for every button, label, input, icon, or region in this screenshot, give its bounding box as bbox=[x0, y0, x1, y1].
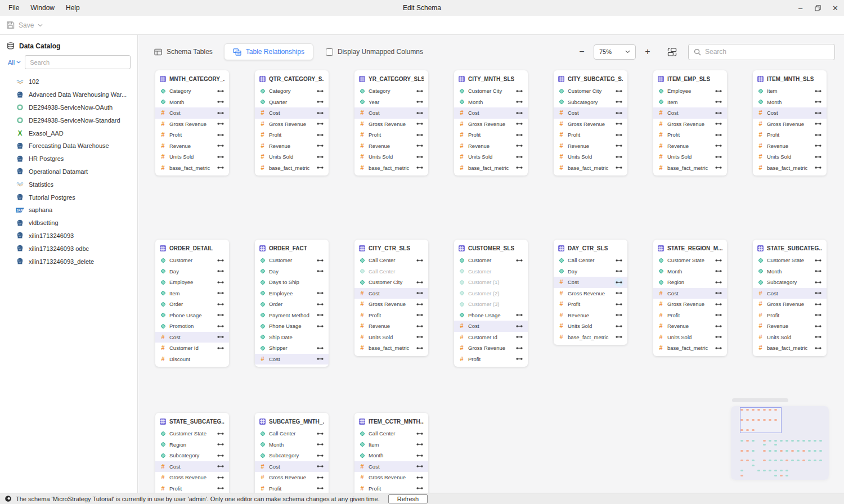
table-column-row[interactable]: #Gross Revenue bbox=[354, 472, 428, 483]
relationship-link-icon[interactable] bbox=[216, 141, 225, 150]
table-column-row[interactable]: #Units Sold bbox=[554, 321, 627, 332]
table-column-row[interactable]: Phone Usage bbox=[454, 310, 528, 321]
relationship-link-icon[interactable] bbox=[614, 256, 623, 265]
relationship-link-icon[interactable] bbox=[316, 322, 325, 331]
table-column-row[interactable]: Region bbox=[653, 277, 727, 288]
relationship-link-icon[interactable] bbox=[415, 429, 424, 438]
table-card-header[interactable]: STATE_SUBCATEG... bbox=[753, 240, 827, 255]
relationship-link-icon[interactable] bbox=[316, 267, 325, 276]
table-column-row[interactable]: #Cost bbox=[653, 107, 727, 119]
relationship-link-icon[interactable] bbox=[515, 141, 524, 150]
table-column-row[interactable]: #Discount bbox=[155, 354, 229, 365]
relationship-link-icon[interactable] bbox=[316, 119, 325, 128]
auto-layout-button[interactable] bbox=[667, 48, 677, 56]
relationship-link-icon[interactable] bbox=[515, 354, 524, 363]
relationship-link-icon[interactable] bbox=[316, 344, 325, 353]
table-card[interactable]: ORDER_FACTCustomerDayDays to ShipEmploye… bbox=[255, 240, 329, 367]
table-column-row[interactable]: #Gross Revenue bbox=[554, 288, 627, 299]
table-column-row[interactable]: Customer City bbox=[454, 86, 528, 97]
table-card[interactable]: MNTH_CATEGORY_...CategoryMonth#Cost#Gros… bbox=[155, 70, 229, 176]
table-column-row[interactable]: Customer bbox=[454, 255, 528, 266]
restore-button[interactable] bbox=[809, 0, 827, 16]
relationship-link-icon[interactable] bbox=[515, 163, 524, 172]
save-button[interactable]: Save bbox=[19, 21, 34, 29]
relationship-link-icon[interactable] bbox=[614, 119, 623, 128]
table-column-row[interactable]: #Units Sold bbox=[753, 151, 827, 163]
table-column-row[interactable]: Employee bbox=[653, 86, 727, 97]
table-card[interactable]: QTR_CATEGORY_S...CategoryQuarter#Cost#Gr… bbox=[255, 70, 329, 176]
relationship-link-icon[interactable] bbox=[415, 344, 424, 353]
relationship-link-icon[interactable] bbox=[415, 289, 424, 298]
table-column-row[interactable]: #Profit bbox=[255, 483, 329, 493]
relationship-link-icon[interactable] bbox=[814, 267, 823, 276]
table-column-row[interactable]: Category bbox=[354, 86, 428, 97]
relationship-link-icon[interactable] bbox=[415, 462, 424, 471]
minimap[interactable] bbox=[731, 406, 829, 480]
table-column-row[interactable]: Day bbox=[255, 266, 329, 277]
relationship-link-icon[interactable] bbox=[216, 152, 225, 161]
table-card-header[interactable]: ITEM_CCTR_MNTH... bbox=[354, 413, 428, 428]
table-column-row[interactable]: #Profit bbox=[653, 310, 727, 321]
catalog-item[interactable]: Tutorial Postgres bbox=[0, 191, 137, 204]
table-card[interactable]: ITEM_MNTH_SLSItemMonth#Cost#Gross Revenu… bbox=[753, 70, 827, 176]
relationship-link-icon[interactable] bbox=[316, 87, 325, 96]
relationship-link-icon[interactable] bbox=[415, 332, 424, 341]
table-card[interactable]: STATE_SUBCATEG...Customer StateMonthSubc… bbox=[753, 240, 827, 356]
relationship-link-icon[interactable] bbox=[714, 300, 723, 309]
table-card-header[interactable]: MNTH_CATEGORY_... bbox=[155, 70, 229, 86]
relationship-link-icon[interactable] bbox=[415, 119, 424, 128]
table-column-row[interactable]: #Gross Revenue bbox=[653, 299, 727, 310]
table-column-row[interactable]: #Profit bbox=[155, 483, 229, 493]
catalog-item[interactable]: xilin1713246093 bbox=[0, 230, 137, 242]
table-card[interactable]: STATE_SUBCATEG...Customer StateRegionSub… bbox=[155, 413, 229, 493]
relationship-link-icon[interactable] bbox=[216, 278, 225, 287]
table-column-row[interactable]: #Gross Revenue bbox=[454, 343, 528, 354]
horizontal-scrollbar-thumb[interactable] bbox=[732, 398, 788, 402]
table-column-row[interactable]: #Cost bbox=[753, 288, 827, 299]
table-column-row[interactable]: #Revenue bbox=[554, 141, 627, 152]
table-column-row[interactable]: #Revenue bbox=[653, 321, 727, 332]
table-column-row[interactable]: Item bbox=[155, 288, 229, 299]
table-card-header[interactable]: QTR_CATEGORY_S... bbox=[255, 70, 329, 86]
table-column-row[interactable]: #Gross Revenue bbox=[155, 472, 229, 483]
table-column-row[interactable]: Phone Usage bbox=[155, 310, 229, 321]
table-column-row[interactable]: #Units Sold bbox=[354, 332, 428, 343]
table-column-row[interactable]: #Revenue bbox=[653, 141, 727, 152]
catalog-item[interactable]: SAPsaphana bbox=[0, 204, 137, 217]
relationship-link-icon[interactable] bbox=[415, 451, 424, 460]
table-card[interactable]: ITEM_CCTR_MNTH...Call CenterItemMonth#Co… bbox=[354, 413, 428, 493]
table-card[interactable]: STATE_REGION_M...Customer StateMonthRegi… bbox=[653, 240, 727, 356]
table-column-row[interactable]: Month bbox=[155, 97, 229, 108]
table-column-row[interactable]: Days to Ship bbox=[255, 277, 329, 288]
save-dropdown-chevron-icon[interactable] bbox=[38, 24, 43, 27]
table-column-row[interactable]: Customer bbox=[155, 255, 229, 266]
relationship-link-icon[interactable] bbox=[316, 429, 325, 438]
table-card-header[interactable]: SUBCATEG_MNTH_... bbox=[255, 413, 329, 428]
table-column-row[interactable]: #base_fact_metric bbox=[554, 163, 627, 174]
table-column-row[interactable]: Call Center bbox=[354, 266, 428, 277]
relationship-link-icon[interactable] bbox=[515, 109, 524, 118]
table-column-row[interactable]: #Gross Revenue bbox=[454, 119, 528, 130]
relationship-link-icon[interactable] bbox=[316, 130, 325, 140]
table-column-row[interactable]: Month bbox=[753, 266, 827, 277]
table-card-header[interactable]: CITY_CTR_SLS bbox=[354, 240, 428, 255]
relationship-link-icon[interactable] bbox=[714, 310, 723, 320]
table-column-row[interactable]: #Units Sold bbox=[753, 332, 827, 343]
table-column-row[interactable]: Employee bbox=[155, 277, 229, 288]
table-column-row[interactable]: #Revenue bbox=[354, 141, 428, 152]
relationship-link-icon[interactable] bbox=[216, 87, 225, 96]
relationship-link-icon[interactable] bbox=[614, 278, 623, 287]
minimize-button[interactable]: – bbox=[792, 0, 809, 16]
table-column-row[interactable]: #Gross Revenue bbox=[653, 119, 727, 130]
refresh-button[interactable]: Refresh bbox=[388, 494, 428, 503]
table-column-row[interactable]: #Profit bbox=[354, 129, 428, 141]
relationship-link-icon[interactable] bbox=[814, 332, 823, 341]
relationship-link-icon[interactable] bbox=[415, 440, 424, 449]
table-column-row[interactable]: #Units Sold bbox=[554, 151, 627, 163]
relationship-link-icon[interactable] bbox=[216, 462, 225, 471]
relationship-link-icon[interactable] bbox=[814, 87, 823, 96]
catalog-item[interactable]: vldbsetting bbox=[0, 217, 137, 230]
catalog-item[interactable]: xilin1713246093_delete bbox=[0, 255, 137, 268]
relationship-link-icon[interactable] bbox=[515, 152, 524, 161]
relationship-link-icon[interactable] bbox=[814, 344, 823, 353]
